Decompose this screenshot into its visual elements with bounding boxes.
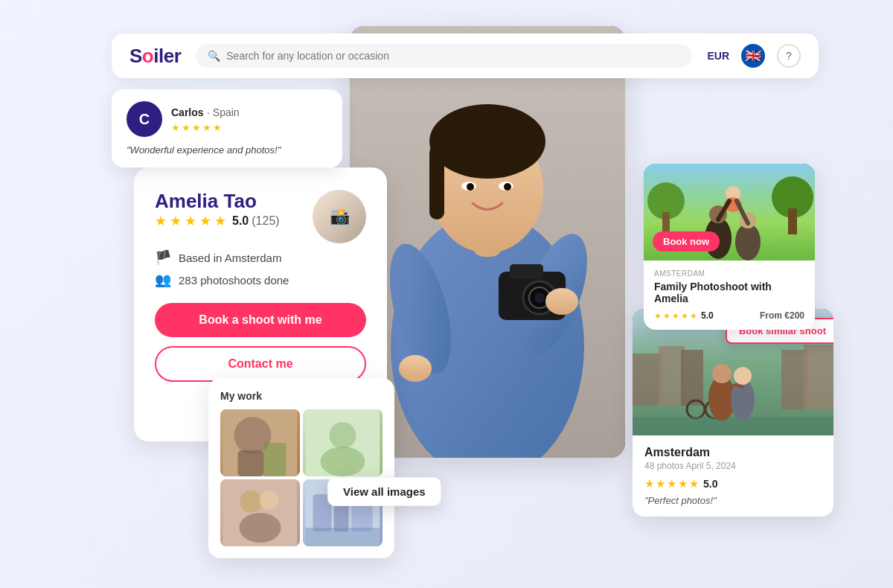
svg-rect-36 [781,350,807,409]
svg-point-16 [534,293,545,303]
svg-point-26 [735,223,761,261]
flag-icon: 🏴 [155,249,171,266]
view-all-label: View all images [343,485,426,498]
reviewer-separator: · [207,106,213,118]
search-bar[interactable]: 🔍 [196,44,692,68]
profile-top: Amelia Tao ★ ★ ★ ★ ★ 5.0 (125) 📸 [155,190,366,243]
svg-point-17 [399,355,432,382]
shoot-review-text: "Perfect photos!" [644,495,822,506]
currency-label[interactable]: EUR [707,50,729,62]
shoot-rating: 5.0 [703,478,717,490]
reviewer-avatar: C [127,101,162,137]
work-image-3 [220,479,300,546]
nav-right: EUR 🇬🇧 ? [707,44,801,68]
svg-rect-23 [788,208,797,234]
svg-point-53 [240,490,263,513]
b-star-3: ★ [672,311,679,321]
svg-rect-13 [510,264,543,279]
svg-point-44 [734,367,752,385]
svg-rect-34 [659,346,685,406]
svg-rect-37 [804,345,833,409]
booking-card: Book now AMSTERDAM Family Photoshoot wit… [644,164,815,330]
reviewer-stars: ★ ★ ★ ★ ★ [171,122,240,133]
book-shoot-button[interactable]: Book a shoot with me [155,303,366,337]
svg-rect-33 [633,354,662,406]
profile-star-2: ★ [170,213,182,229]
star-3: ★ [192,122,201,133]
booking-title: Family Photoshoot with Amelia [654,281,804,304]
profile-name: Amelia Tao [155,190,280,213]
profile-stars: ★ ★ ★ ★ ★ 5.0 (125) [155,213,280,229]
s-star-5: ★ [689,477,699,490]
booking-price: From €200 [760,310,804,321]
booking-card-body: AMSTERDAM Family Photoshoot with Amelia … [644,261,815,330]
profile-avatar-img: 📸 [313,190,366,243]
work-image-1 [220,409,300,476]
profile-star-1: ★ [155,213,167,229]
help-button[interactable]: ? [777,44,801,68]
b-star-4: ★ [681,311,688,321]
svg-point-51 [321,447,365,476]
svg-rect-58 [334,502,349,531]
star-1: ★ [171,122,180,133]
profile-photoshoots: 283 photoshoots done [179,274,289,287]
svg-point-54 [260,490,279,510]
reviewer-name-row: Carlos · Spain [171,106,240,119]
profile-star-3: ★ [185,213,196,229]
svg-point-8 [467,183,474,191]
search-icon: 🔍 [208,50,220,62]
logo-smile: o [142,45,153,67]
book-now-badge[interactable]: Book now [653,231,720,252]
profile-star-5: ★ [214,213,226,229]
contact-button[interactable]: Contact me [155,346,366,382]
svg-point-50 [330,422,356,449]
shoot-title: Amsterdam [644,446,822,459]
review-header: C Carlos · Spain ★ ★ ★ ★ ★ [127,101,327,137]
svg-rect-5 [429,145,444,220]
profile-star-4: ★ [199,213,211,229]
profile-rating-count: (125) [252,214,279,228]
work-card-title: My work [220,390,383,402]
profile-name-area: Amelia Tao ★ ★ ★ ★ ★ 5.0 (125) [155,190,280,241]
booking-rating: 5.0 [701,310,714,321]
shoot-card: Book similar shoot Amsterdam 48 photos A… [633,309,833,517]
svg-point-4 [429,104,545,179]
svg-rect-48 [264,443,287,476]
navbar: Soiler 🔍 EUR 🇬🇧 ? [112,33,819,78]
profile-location: Based in Amsterdam [179,252,281,264]
shoot-stars: ★ ★ ★ ★ ★ 5.0 [644,477,822,490]
language-flag[interactable]: 🇬🇧 [741,44,765,68]
svg-rect-35 [681,350,703,406]
review-card: C Carlos · Spain ★ ★ ★ ★ ★ "Wonderful ex… [112,89,342,167]
booking-card-image: Book now [644,164,815,261]
profile-info: 🏴 Based in Amsterdam 👥 283 photoshoots d… [155,249,366,288]
s-star-2: ★ [656,477,665,490]
booking-stars: ★ ★ ★ ★ ★ 5.0 [654,310,714,321]
profile-location-row: 🏴 Based in Amsterdam [155,249,366,266]
profile-rating: 5.0 [232,214,249,228]
booking-image-inner: Book now [644,164,815,261]
view-all-tooltip[interactable]: View all images [327,477,441,506]
shoot-meta: 48 photos April 5, 2024 [644,461,822,471]
booking-price-value: €200 [784,310,804,321]
search-input[interactable] [226,50,680,62]
svg-point-55 [240,513,281,543]
svg-rect-60 [306,528,380,546]
profile-photoshoots-row: 👥 283 photoshoots done [155,272,366,288]
svg-rect-40 [633,417,833,435]
svg-point-18 [545,288,578,315]
shoot-card-body: Amsterdam 48 photos April 5, 2024 ★ ★ ★ … [633,435,833,517]
people-icon: 👥 [155,272,171,288]
profile-avatar: 📸 [313,190,366,243]
star-5: ★ [213,122,222,133]
reviewer-name: Carlos [171,106,204,118]
s-star-1: ★ [644,477,654,490]
svg-rect-47 [238,450,264,476]
logo: Soiler [129,45,181,68]
b-star-1: ★ [654,311,662,321]
booking-location: AMSTERDAM [654,269,804,278]
reviewer-location: Spain [213,106,240,118]
booking-price-label: From [760,310,782,321]
work-image-2 [303,409,383,476]
review-text: "Wonderful experience and photos!" [127,144,327,156]
